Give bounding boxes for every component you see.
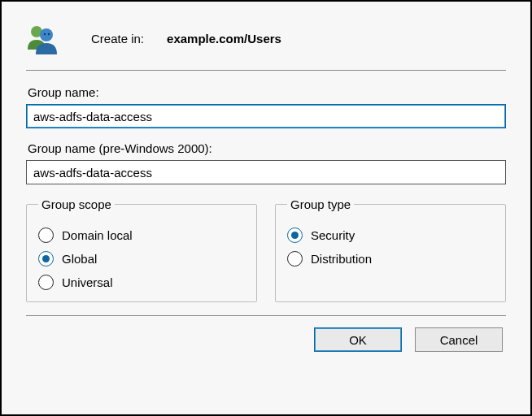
group-name-block: Group name: — [26, 85, 506, 128]
radio-checked-icon — [287, 228, 303, 243]
group-type-fieldset: Group type Security Distribution — [275, 197, 506, 302]
divider-bottom — [26, 315, 506, 316]
scope-global-label: Global — [62, 252, 97, 266]
scope-global-radio[interactable]: Global — [38, 251, 245, 266]
new-group-dialog: Create in: example.com/Users Group name:… — [0, 0, 532, 416]
radio-unchecked-icon — [38, 228, 54, 243]
create-in-value: example.com/Users — [167, 32, 281, 46]
type-security-radio[interactable]: Security — [287, 228, 494, 243]
group-name-pre2000-input[interactable] — [26, 160, 506, 184]
radio-unchecked-icon — [38, 275, 54, 290]
scope-domain-local-label: Domain local — [62, 228, 133, 242]
divider-top — [26, 70, 506, 71]
group-users-icon — [26, 22, 59, 54]
group-name-pre2000-label: Group name (pre-Windows 2000): — [28, 141, 506, 155]
create-in-label: Create in: — [91, 32, 144, 46]
scope-domain-local-radio[interactable]: Domain local — [38, 228, 245, 243]
dialog-buttons: OK Cancel — [26, 327, 506, 352]
ok-button[interactable]: OK — [314, 327, 402, 352]
svg-point-1 — [40, 28, 53, 41]
radio-checked-icon — [38, 251, 54, 266]
group-scope-fieldset: Group scope Domain local Global Universa… — [26, 197, 257, 302]
group-scope-legend: Group scope — [38, 197, 115, 211]
scope-universal-label: Universal — [62, 275, 113, 289]
type-distribution-radio[interactable]: Distribution — [287, 251, 494, 266]
group-type-legend: Group type — [287, 197, 354, 211]
svg-point-3 — [48, 33, 50, 35]
group-options-row: Group scope Domain local Global Universa… — [26, 197, 506, 302]
dialog-header: Create in: example.com/Users — [26, 18, 506, 70]
type-security-label: Security — [311, 228, 355, 242]
group-name-label: Group name: — [28, 85, 506, 99]
cancel-button[interactable]: Cancel — [415, 327, 503, 352]
type-distribution-label: Distribution — [311, 252, 372, 266]
scope-universal-radio[interactable]: Universal — [38, 275, 245, 290]
svg-point-2 — [44, 33, 46, 35]
group-name-input[interactable] — [26, 104, 506, 128]
group-name-pre2000-block: Group name (pre-Windows 2000): — [26, 141, 506, 184]
radio-unchecked-icon — [287, 251, 303, 266]
